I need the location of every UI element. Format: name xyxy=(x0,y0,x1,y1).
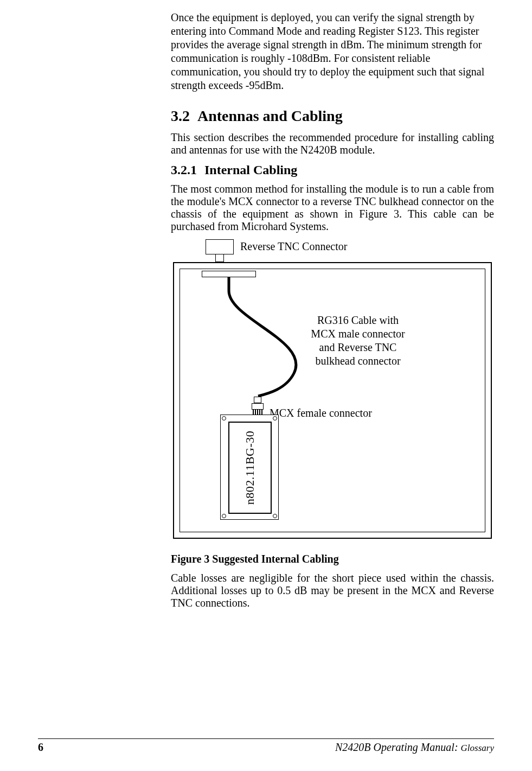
section-paragraph: This section describes the recommended p… xyxy=(171,131,494,156)
chassis-box: RG316 Cable with MCX male connector and … xyxy=(173,262,492,539)
footer-title-sub: Glossary xyxy=(461,743,494,753)
screw-hole-icon xyxy=(222,416,226,420)
subsection-title: Internal Cabling xyxy=(204,163,297,177)
section-title: Antennas and Cabling xyxy=(197,107,343,124)
screw-hole-icon xyxy=(273,514,277,518)
footer-title-main: N2420B Operating Manual: xyxy=(335,741,461,753)
chassis-inner-box: RG316 Cable with MCX male connector and … xyxy=(180,269,485,532)
module-chip: n802.11BG-30 xyxy=(228,422,272,514)
after-figure-paragraph: Cable losses are negligible for the shor… xyxy=(171,572,494,609)
tnc-label: Reverse TNC Connector xyxy=(240,240,347,253)
section-heading: 3.2Antennas and Cabling xyxy=(171,107,494,125)
subsection-number: 3.2.1 xyxy=(171,163,197,177)
intro-paragraph: Once the equipment is deployed, you can … xyxy=(171,11,494,92)
subsection-paragraph: The most common method for installing th… xyxy=(171,183,494,233)
cable-curve-icon xyxy=(196,270,337,411)
footer-title: N2420B Operating Manual: Glossary xyxy=(335,741,494,754)
figure-diagram: Reverse TNC Connector RG316 Cable with M… xyxy=(171,239,494,543)
subsection-heading: 3.2.1Internal Cabling xyxy=(171,163,494,177)
section-number: 3.2 xyxy=(171,107,190,124)
tnc-connector-icon xyxy=(206,239,234,254)
page-footer: 6 N2420B Operating Manual: Glossary xyxy=(38,738,494,754)
screw-hole-icon xyxy=(273,416,277,420)
module-board: n802.11BG-30 xyxy=(220,415,279,520)
mcx-plug-icon xyxy=(251,397,265,415)
module-label: n802.11BG-30 xyxy=(243,431,257,505)
tnc-pillar-icon xyxy=(215,254,224,262)
figure-caption: Figure 3 Suggested Internal Cabling xyxy=(171,553,494,565)
page-number: 6 xyxy=(38,741,43,754)
screw-hole-icon xyxy=(222,514,226,518)
